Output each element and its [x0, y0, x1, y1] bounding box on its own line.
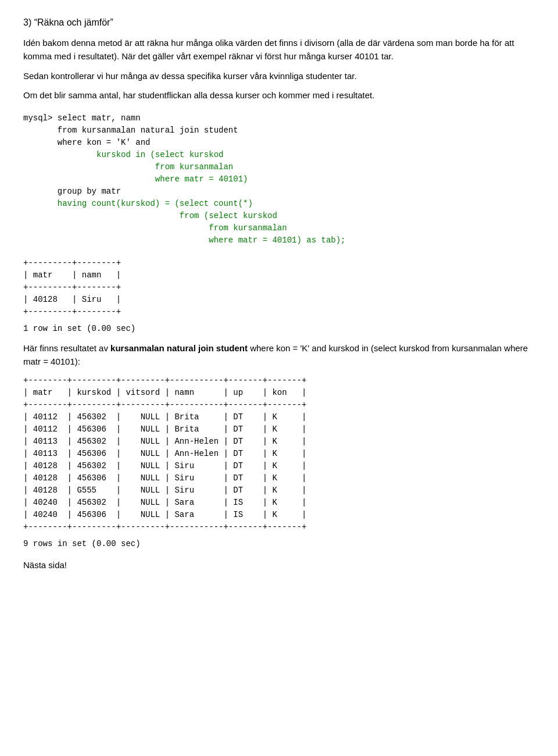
code-where1: where: [58, 138, 82, 147]
big-result-table: +--------+---------+---------+----------…: [23, 375, 535, 533]
paragraph-1: Idén bakom denna metod är att räkna hur …: [23, 36, 535, 63]
paragraph-2: Sedan kontrollerar vi hur många av dessa…: [23, 69, 535, 83]
big-result-rows: 9 rows in set (0.00 sec): [23, 539, 535, 548]
code-having: having count(kurskod) = (select count(*)…: [23, 199, 346, 245]
section-heading: 3) “Räkna och jämför”: [23, 17, 535, 28]
mysql-prompt: mysql>: [23, 113, 52, 123]
code-from1: from: [58, 126, 77, 135]
small-result-rows: 1 row in set (0.00 sec): [23, 324, 535, 333]
explanation-text: Här finns resultatet av kursanmalan natu…: [23, 341, 535, 369]
paragraph-3: Om det blir samma antal, har studentflic…: [23, 88, 535, 102]
small-result-table: +---------+--------+ | matr | namn | +--…: [23, 257, 535, 318]
sql-code-block: mysql> select matr, namn from kursanmala…: [23, 112, 535, 247]
footer-text: Nästa sida!: [23, 560, 535, 570]
